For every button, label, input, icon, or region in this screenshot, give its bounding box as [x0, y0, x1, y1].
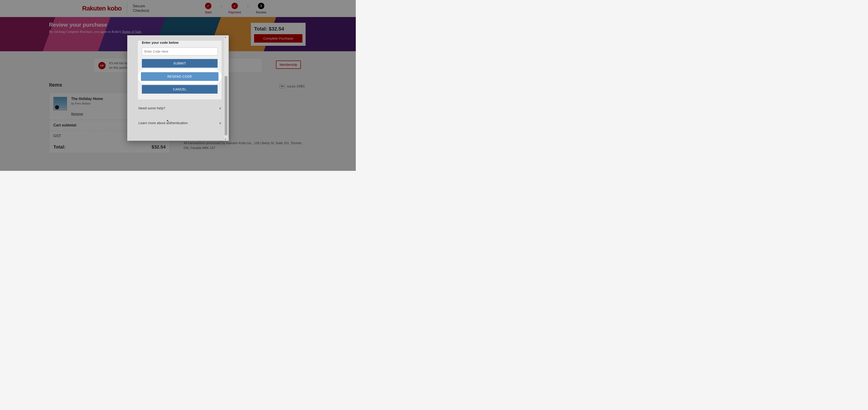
resend-code-button[interactable]: RESEND CODE: [141, 72, 218, 81]
learn-more-label: Learn more about authentication: [138, 121, 188, 125]
scrollbar[interactable]: [224, 36, 228, 140]
submit-button[interactable]: SUBMIT: [142, 59, 218, 68]
learn-more-expander[interactable]: Learn more about authentication v: [137, 119, 222, 127]
verification-modal: Enter your code below SUBMIT RESEND CODE…: [127, 35, 229, 141]
help-label: Need some help?: [138, 106, 165, 110]
scrollbar-thumb[interactable]: [225, 76, 227, 135]
chevron-down-icon: v: [219, 121, 221, 125]
code-input[interactable]: [142, 47, 218, 55]
code-heading: Enter your code below: [142, 40, 218, 44]
resend-highlight: RESEND CODE: [139, 70, 220, 83]
code-entry-panel: Enter your code below SUBMIT RESEND CODE…: [137, 40, 222, 100]
cancel-button[interactable]: CANCEL: [142, 85, 218, 94]
chevron-down-icon: v: [219, 106, 221, 110]
help-expander[interactable]: Need some help? v: [137, 104, 222, 112]
